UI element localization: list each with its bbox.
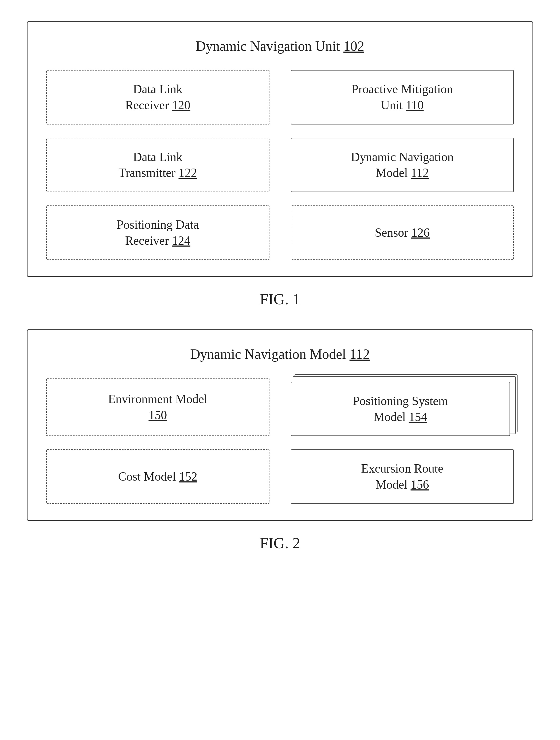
dynamic-navigation-model-outer-box: Dynamic Navigation Model 112 Environment… xyxy=(27,330,533,521)
positioning-system-model-front: Positioning SystemModel 154 xyxy=(291,382,510,436)
sensor-box: Sensor 126 xyxy=(291,205,514,260)
environment-model-text: Environment Model150 xyxy=(108,391,208,423)
data-link-receiver-text: Data LinkReceiver 120 xyxy=(125,81,191,113)
fig1-outer-title: Dynamic Navigation Unit 102 xyxy=(46,38,514,54)
positioning-data-receiver-text: Positioning DataReceiver 124 xyxy=(117,217,199,249)
excursion-route-model-text: Excursion RouteModel 156 xyxy=(361,461,443,493)
proactive-mitigation-unit-text: Proactive MitigationUnit 110 xyxy=(352,81,453,113)
dynamic-navigation-model-box: Dynamic NavigationModel 112 xyxy=(291,138,514,192)
sensor-text: Sensor 126 xyxy=(375,225,430,241)
proactive-mitigation-unit-box: Proactive MitigationUnit 110 xyxy=(291,70,514,124)
fig2-outer-title: Dynamic Navigation Model 112 xyxy=(46,346,514,362)
fig1-outer-title-number: 102 xyxy=(343,38,364,54)
data-link-transmitter-box: Data LinkTransmitter 122 xyxy=(46,138,269,192)
fig2-outer-title-number: 112 xyxy=(350,347,370,362)
cost-model-box: Cost Model 152 xyxy=(46,449,269,504)
fig1-grid: Data LinkReceiver 120 Proactive Mitigati… xyxy=(46,70,514,260)
positioning-data-receiver-box: Positioning DataReceiver 124 xyxy=(46,205,269,260)
environment-model-box: Environment Model150 xyxy=(46,378,269,436)
data-link-transmitter-text: Data LinkTransmitter 122 xyxy=(119,149,197,181)
dynamic-navigation-model-text: Dynamic NavigationModel 112 xyxy=(351,149,454,181)
cost-model-text: Cost Model 152 xyxy=(118,469,197,485)
figure-2-container: Dynamic Navigation Model 112 Environment… xyxy=(27,330,533,552)
fig2-grid: Environment Model150 Positioning SystemM… xyxy=(46,378,514,504)
excursion-route-model-box: Excursion RouteModel 156 xyxy=(291,449,514,504)
fig2-caption: FIG. 2 xyxy=(260,534,300,552)
fig1-caption: FIG. 1 xyxy=(260,290,300,308)
positioning-system-model-text: Positioning SystemModel 154 xyxy=(353,393,448,425)
positioning-system-model-wrapper: Positioning SystemModel 154 xyxy=(291,378,514,436)
figure-1-container: Dynamic Navigation Unit 102 Data LinkRec… xyxy=(27,21,533,308)
data-link-receiver-box: Data LinkReceiver 120 xyxy=(46,70,269,124)
dynamic-navigation-unit-box: Dynamic Navigation Unit 102 Data LinkRec… xyxy=(27,21,533,277)
fig2-outer-title-text: Dynamic Navigation Model xyxy=(190,347,346,362)
fig1-outer-title-text: Dynamic Navigation Unit xyxy=(196,38,340,54)
